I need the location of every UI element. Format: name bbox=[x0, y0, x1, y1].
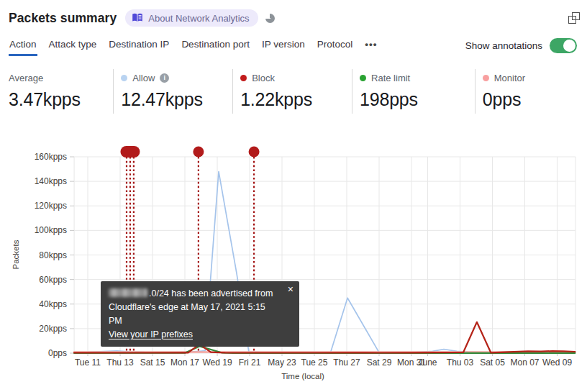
x-tick-label: Mon 17 bbox=[170, 357, 199, 368]
y-tick-label: 60kpps bbox=[39, 275, 67, 285]
stat-value: 1.22kpps bbox=[240, 89, 352, 110]
tab-bar: ActionAttack typeDestination IPDestinati… bbox=[9, 35, 378, 56]
stat-value: 12.47kpps bbox=[121, 89, 232, 110]
network-analytics-panel: Tue 11Thu 13Sat 15Mon 17Wed 19Fri 21May … bbox=[0, 0, 587, 392]
x-tick-label: Tue 25 bbox=[301, 357, 328, 368]
about-network-analytics-badge[interactable]: About Network Analytics bbox=[125, 9, 258, 27]
view-ip-prefixes-link[interactable]: View your IP prefixes bbox=[109, 329, 193, 339]
x-tick-label: Sat 29 bbox=[367, 357, 392, 368]
tab-action[interactable]: Action bbox=[9, 35, 37, 56]
tab-row: ActionAttack typeDestination IPDestinati… bbox=[9, 35, 577, 56]
tooltip-text: .0/24 has been advertised from Cloudflar… bbox=[109, 287, 281, 342]
x-tick-label: Thu 13 bbox=[106, 357, 134, 368]
popout-icon-front bbox=[572, 12, 580, 20]
annotation-marker-dot[interactable] bbox=[193, 147, 204, 158]
x-tick-label: June bbox=[418, 357, 437, 368]
tab-attack-type[interactable]: Attack type bbox=[48, 35, 98, 56]
popout-icon[interactable] bbox=[568, 12, 580, 24]
x-tick-label: Thu 03 bbox=[447, 357, 474, 368]
pie-chart-icon bbox=[265, 14, 275, 23]
annotation-marker-dot[interactable] bbox=[249, 147, 260, 158]
close-icon[interactable]: × bbox=[288, 283, 294, 295]
y-tick-label: 160kpps bbox=[35, 152, 67, 162]
tab-destination-port[interactable]: Destination port bbox=[181, 35, 250, 56]
rate-limit-dot-icon bbox=[360, 75, 366, 81]
x-tick-label: May 23 bbox=[268, 357, 296, 368]
show-annotations-label: Show annotations bbox=[465, 40, 542, 51]
tab-destination-ip[interactable]: Destination IP bbox=[108, 35, 170, 56]
annotation-marker-pill[interactable] bbox=[120, 146, 140, 158]
tab-protocol[interactable]: Protocol bbox=[317, 35, 354, 56]
x-tick-label: Mon 07 bbox=[510, 357, 539, 368]
x-tick-label: Sat 15 bbox=[140, 357, 165, 368]
tab-more-icon[interactable]: ••• bbox=[364, 35, 378, 56]
y-tick-label: 140kpps bbox=[35, 176, 67, 186]
x-tick-label: Fri 21 bbox=[239, 357, 261, 368]
info-icon[interactable]: i bbox=[160, 73, 169, 83]
stat-value: 3.47kpps bbox=[9, 89, 113, 110]
toggle-knob bbox=[563, 40, 575, 52]
stat-label: Average bbox=[9, 73, 43, 83]
allow-dot-icon bbox=[121, 75, 127, 81]
x-tick-label: Wed 09 bbox=[542, 357, 572, 368]
stat-value: 198pps bbox=[360, 89, 475, 110]
page-title: Packets summary bbox=[9, 11, 117, 26]
y-tick-label: 20kpps bbox=[39, 324, 67, 334]
y-tick-label: 100kpps bbox=[35, 225, 67, 235]
y-axis-title: Packets bbox=[12, 240, 20, 269]
y-tick-label: 120kpps bbox=[35, 201, 67, 211]
monitor-dot-icon bbox=[483, 75, 489, 81]
x-tick-label: Wed 19 bbox=[202, 357, 232, 368]
badge-label: About Network Analytics bbox=[148, 13, 249, 24]
stat-monitor: Monitor0pps bbox=[475, 69, 587, 114]
redacted-ip-prefix bbox=[109, 288, 147, 297]
stat-allow: Allowi12.47kpps bbox=[113, 69, 232, 114]
stat-value: 0pps bbox=[483, 89, 587, 110]
stat-rate-limit: Rate limit198pps bbox=[352, 69, 475, 114]
tab-ip-version[interactable]: IP version bbox=[261, 35, 306, 56]
block-dot-icon bbox=[240, 75, 247, 81]
header: Packets summary About Network Analytics bbox=[9, 7, 580, 29]
stat-block: Block1.22kpps bbox=[232, 69, 352, 114]
book-icon bbox=[132, 13, 143, 23]
stat-label: Rate limit bbox=[371, 73, 410, 83]
stats-row: Average3.47kppsAllowi12.47kppsBlock1.22k… bbox=[9, 69, 587, 114]
y-tick-label: 0pps bbox=[48, 348, 67, 358]
stat-label: Monitor bbox=[494, 73, 525, 83]
show-annotations-toggle[interactable] bbox=[550, 38, 577, 53]
x-tick-label: Tue 11 bbox=[75, 357, 101, 368]
x-axis-title: Time (local) bbox=[281, 372, 324, 380]
x-tick-label: Thu 27 bbox=[333, 357, 360, 368]
stat-label: Allow bbox=[132, 73, 155, 83]
annotation-tooltip: × .0/24 has been advertised from Cloudfl… bbox=[101, 281, 299, 347]
show-annotations-control: Show annotations bbox=[465, 38, 577, 53]
y-tick-label: 80kpps bbox=[39, 250, 67, 260]
x-tick-label: Sat 05 bbox=[480, 357, 505, 368]
y-tick-label: 40kpps bbox=[39, 299, 67, 309]
stat-average: Average3.47kpps bbox=[9, 69, 113, 114]
stat-label: Block bbox=[252, 73, 275, 83]
